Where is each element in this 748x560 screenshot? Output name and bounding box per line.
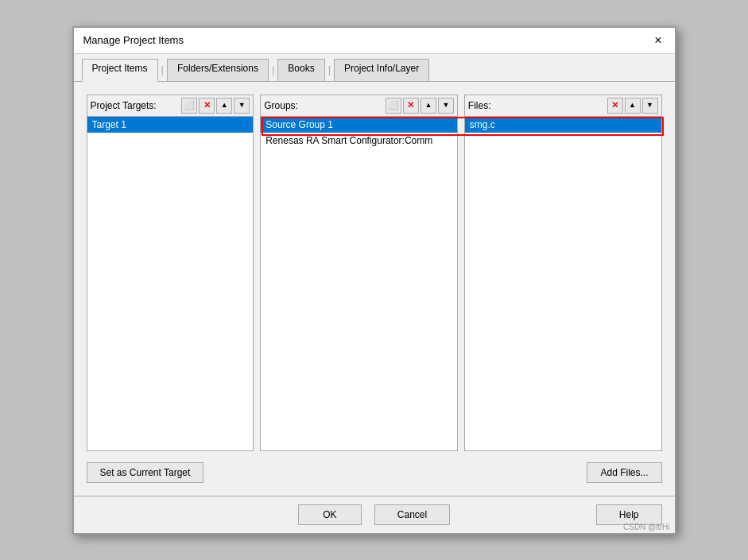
footer-bar: OK Cancel Help CSDN @it/Hi	[74, 496, 675, 533]
targets-down-button[interactable]	[234, 98, 250, 114]
groups-down-button[interactable]	[438, 98, 454, 114]
dialog-title: Manage Project Items	[83, 34, 184, 46]
files-up-button[interactable]	[625, 98, 641, 114]
targets-list: Target 1	[87, 117, 254, 450]
title-bar: Manage Project Items ×	[74, 28, 675, 54]
groups-up-button[interactable]	[421, 98, 436, 114]
targets-delete-button[interactable]	[199, 98, 215, 114]
tab-books[interactable]: Books	[277, 59, 324, 81]
tabs-bar: Project Items | Folders/Extensions | Boo…	[74, 54, 675, 82]
files-list: smg.c	[465, 117, 661, 450]
list-item[interactable]: Renesas RA Smart Configurator:Comm	[261, 133, 457, 149]
files-panel-header: Files:	[465, 95, 661, 117]
files-label: Files:	[468, 100, 606, 111]
targets-label: Project Targets:	[91, 100, 180, 111]
list-item[interactable]: Source Group 1	[261, 117, 457, 133]
targets-new-button[interactable]	[181, 98, 197, 114]
groups-panel-header: Groups:	[261, 95, 457, 117]
panels-row: Project Targets: Target 1 Groups:	[87, 95, 662, 451]
set-current-target-button[interactable]: Set as Current Target	[87, 462, 204, 483]
watermark: CSDN @it/Hi	[623, 523, 670, 531]
groups-panel: Groups: Source Group 1 Renesas RA Smart …	[260, 95, 458, 451]
files-panel: Files: smg.c	[464, 95, 662, 451]
groups-new-button[interactable]	[386, 98, 401, 114]
list-item[interactable]: Target 1	[87, 117, 254, 133]
groups-label: Groups:	[264, 100, 384, 111]
dialog-window: Manage Project Items × Project Items | F…	[72, 26, 676, 535]
targets-up-button[interactable]	[216, 98, 232, 114]
ok-button[interactable]: OK	[298, 504, 362, 525]
files-down-button[interactable]	[642, 98, 658, 114]
tab-folders-extensions[interactable]: Folders/Extensions	[167, 59, 269, 81]
tab-project-info-layer[interactable]: Project Info/Layer	[334, 59, 429, 81]
groups-delete-button[interactable]	[403, 98, 419, 114]
bottom-buttons-row: Set as Current Target Add Files...	[87, 459, 662, 489]
targets-panel-header: Project Targets:	[87, 95, 254, 117]
close-button[interactable]: ×	[651, 34, 665, 47]
files-delete-button[interactable]	[607, 98, 623, 114]
cancel-button[interactable]: Cancel	[374, 504, 450, 525]
list-item[interactable]: smg.c	[465, 117, 661, 133]
footer-center-buttons: OK Cancel	[298, 504, 450, 525]
content-area: Project Targets: Target 1 Groups:	[74, 82, 675, 496]
tab-project-items[interactable]: Project Items	[82, 59, 158, 82]
groups-list: Source Group 1 Renesas RA Smart Configur…	[261, 117, 457, 450]
targets-panel: Project Targets: Target 1	[87, 95, 254, 451]
add-files-button[interactable]: Add Files...	[587, 462, 661, 483]
